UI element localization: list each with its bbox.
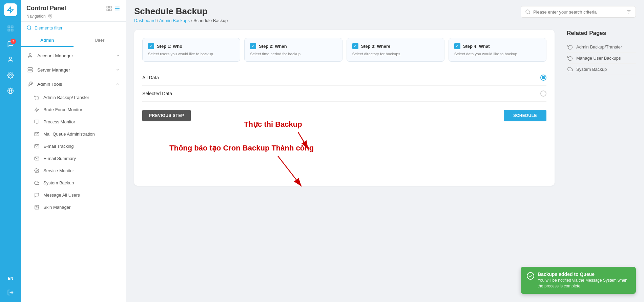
svg-rect-9 (107, 6, 108, 8)
step-3: ✓ Step 3: Where Select directory for bac… (347, 38, 444, 62)
center-col: ✓ Step 1: Who Select users you would lik… (134, 30, 555, 295)
sidebar-subitem-skin-manager[interactable]: Skin Manager (21, 201, 126, 213)
annotation-1-text: Thực thi Backup (244, 120, 302, 128)
arrow-2-svg (169, 153, 305, 193)
selected-data-radio[interactable] (540, 90, 546, 97)
nav-settings-icon[interactable] (4, 68, 17, 82)
svg-point-5 (10, 75, 12, 76)
process-sub-icon (33, 118, 40, 125)
list-view-icon[interactable] (114, 5, 120, 12)
svg-rect-11 (107, 9, 108, 11)
step-1-check: ✓ (148, 43, 154, 49)
app-logo[interactable] (4, 3, 17, 16)
nav-subtitle: Navigation (26, 14, 120, 19)
logout-icon[interactable] (4, 286, 17, 299)
main-wrapper: Schedule Backup Dashboard / Admin Backup… (126, 0, 644, 302)
nav-view-icons (106, 5, 120, 12)
step-2-title: Step 2: When (259, 44, 287, 49)
toast-check-icon (527, 272, 534, 280)
step-1-desc: Select users you would like to backup. (148, 51, 234, 57)
step-1: ✓ Step 1: Who Select users you would lik… (142, 38, 240, 62)
related-backup-icon (567, 44, 574, 49)
sidebar-subitem-brute-force[interactable]: Brute Force Monitor (21, 103, 126, 116)
sidebar-subitem-email-tracking[interactable]: E-mail Tracking (21, 140, 126, 152)
sidebar-subitem-message-users[interactable]: Message All Users (21, 189, 126, 201)
breadcrumb-admin-backups[interactable]: Admin Backups (159, 18, 190, 23)
sidebar-item-admin-tools[interactable]: Admin Tools (21, 77, 126, 91)
step-4-check: ✓ (454, 43, 460, 49)
schedule-button[interactable]: SCHEDULE (504, 110, 546, 121)
main-card: ✓ Step 1: Who Select users you would lik… (134, 30, 555, 186)
nav-section: Account Manager Server Manager (21, 47, 126, 215)
related-link-manage-backups[interactable]: Manage User Backups (567, 53, 636, 64)
step-2-desc: Select time period for backup. (250, 51, 336, 57)
elements-filter[interactable]: Elements filter (21, 22, 126, 34)
toast-body: You will be notified via the Message Sys… (538, 278, 630, 289)
svg-point-19 (29, 54, 31, 55)
svg-line-18 (30, 29, 31, 30)
toast-title: Backups added to Queue (538, 271, 630, 277)
svg-rect-20 (28, 67, 32, 69)
step-1-title: Step 1: Who (157, 44, 182, 49)
nav-sidebar: Control Panel Navigation Elements filter (21, 0, 126, 302)
svg-rect-10 (110, 6, 111, 8)
sidebar-subitem-system-backup[interactable]: System Backup (21, 177, 126, 189)
svg-line-35 (529, 13, 530, 14)
related-link-admin-backup[interactable]: Admin Backup/Transfer (567, 41, 636, 53)
server-icon (26, 66, 34, 74)
step-4-title: Step 4: What (463, 44, 490, 49)
search-bar-icon (525, 9, 531, 15)
skin-sub-icon (33, 204, 40, 210)
nav-grid-icon[interactable] (4, 22, 17, 35)
search-input[interactable] (533, 9, 621, 15)
chevron-up-icon (116, 82, 120, 86)
svg-point-17 (27, 26, 31, 29)
nav-title: Control Panel (26, 5, 66, 12)
mail-sub-icon (33, 130, 40, 137)
grid-view-icon[interactable] (106, 5, 112, 12)
sidebar-subitem-process-monitor[interactable]: Process Monitor (21, 116, 126, 128)
nav-chat-icon[interactable]: 3 (4, 37, 17, 51)
sidebar-item-account-manager[interactable]: Account Manager (21, 48, 126, 63)
user-icon (26, 52, 34, 59)
svg-line-42 (278, 156, 302, 186)
backup-sub-icon (33, 94, 40, 101)
language-selector[interactable]: EN (8, 276, 13, 284)
message-sub-icon (33, 192, 40, 198)
tab-admin[interactable]: Admin (21, 34, 74, 47)
sidebar-item-server-manager[interactable]: Server Manager (21, 63, 126, 77)
breadcrumb-dashboard[interactable]: Dashboard (134, 18, 156, 23)
nav-user-icon[interactable] (4, 53, 17, 66)
previous-step-button[interactable]: PREVIOUS STEP (142, 110, 191, 121)
related-link-system-backup[interactable]: System Backup (567, 64, 636, 75)
annotation-2-area: Thông báo tạo Cron Backup Thành công (169, 144, 314, 193)
svg-rect-12 (110, 9, 111, 11)
pin-icon[interactable] (48, 14, 53, 19)
shield-sub-icon (33, 106, 40, 113)
svg-rect-25 (35, 120, 39, 123)
data-all-row: All Data (142, 70, 546, 86)
right-panel: Related Pages Admin Backup/Transfer Mana… (561, 30, 636, 295)
tools-icon (26, 80, 34, 88)
data-selected-row: Selected Data (142, 86, 546, 102)
step-4-desc: Select data you would like to backup. (454, 51, 541, 57)
step-3-check: ✓ (352, 43, 358, 49)
sidebar-subitem-service-monitor[interactable]: Service Monitor (21, 164, 126, 177)
tab-user[interactable]: User (74, 34, 126, 47)
breadcrumb: Dashboard / Admin Backups / Schedule Bac… (134, 18, 228, 23)
chevron-down-icon-2 (116, 67, 120, 72)
sidebar-subitem-mail-queue[interactable]: Mail Queue Administration (21, 128, 126, 140)
filter-icon[interactable] (626, 9, 631, 15)
search-bar (521, 6, 636, 18)
svg-point-4 (9, 57, 12, 60)
all-data-radio[interactable] (540, 75, 546, 81)
all-data-label: All Data (142, 75, 159, 80)
sidebar-subitem-admin-backup[interactable]: Admin Backup/Transfer (21, 91, 126, 103)
chat-badge: 3 (11, 39, 16, 44)
page-title: Schedule Backup (134, 6, 228, 17)
svg-rect-1 (11, 26, 13, 28)
svg-point-33 (36, 206, 37, 207)
sidebar-subitem-email-summary[interactable]: E-mail Summary (21, 152, 126, 164)
top-bar: Schedule Backup Dashboard / Admin Backup… (126, 0, 644, 23)
nav-globe-icon[interactable] (4, 84, 17, 98)
